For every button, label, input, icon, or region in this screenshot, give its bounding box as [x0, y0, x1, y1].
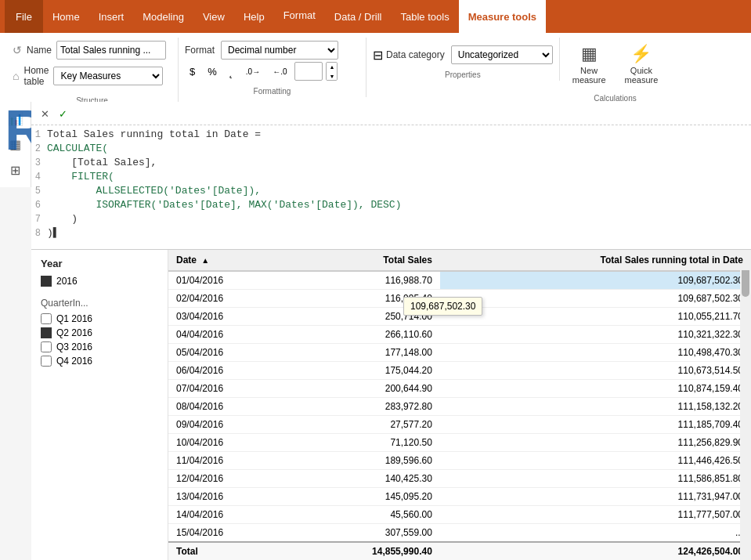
cell-running: 110,321,322.30	[440, 326, 751, 344]
dollar-btn[interactable]: $	[185, 62, 200, 81]
menu-bar: File Home Insert Modeling View Help Form…	[0, 0, 751, 33]
name-icon: ↺	[13, 44, 22, 56]
menu-table-tools[interactable]: Table tools	[391, 0, 458, 33]
menu-modeling[interactable]: Modeling	[133, 0, 193, 33]
table-row: 01/04/2016116,988.70109,687,502.30	[168, 271, 751, 290]
menu-help[interactable]: Help	[234, 0, 274, 33]
format-select[interactable]: Decimal number	[221, 41, 338, 60]
menu-home[interactable]: Home	[43, 0, 89, 33]
table-view-icon[interactable]: ▦	[6, 134, 24, 155]
formula-confirm-btn[interactable]: ✓	[56, 107, 70, 121]
formula-toolbar: ✕ ✓	[31, 107, 751, 125]
table-row: 06/04/2016175,044.20110,673,514.50	[168, 362, 751, 380]
menu-format[interactable]: Format	[274, 0, 325, 33]
cell-date: 03/04/2016	[168, 308, 291, 326]
col-running-total[interactable]: Total Sales running total in Date	[440, 250, 751, 271]
quick-measure-btn[interactable]: ⚡ Quick measure	[619, 41, 665, 88]
data-category-select[interactable]: Uncategorized	[451, 45, 553, 64]
cell-sales: 116,988.70	[291, 271, 440, 290]
year-filter-title: Year	[41, 258, 158, 269]
chart-view-icon[interactable]: 📊	[5, 108, 27, 129]
cell-running: 111,256,829.90	[440, 434, 751, 452]
q3-checkbox[interactable]	[41, 341, 52, 352]
table-row: 15/04/2016307,559.00...	[168, 524, 751, 543]
q2-item[interactable]: Q2 2016	[41, 327, 158, 338]
table-row: 10/04/201671,120.50111,256,829.90	[168, 434, 751, 452]
home-table-select[interactable]: Key Measures	[53, 67, 163, 85]
cell-sales: 175,044.20	[291, 362, 440, 380]
comma-btn[interactable]: ˛	[225, 62, 238, 81]
data-area: Year 2016 QuarterIn... Q1 2016 Q2 2016 Q…	[31, 250, 751, 560]
total-label: Total	[168, 542, 291, 560]
total-sales: 14,855,990.40	[291, 542, 440, 560]
cell-sales: 283,972.80	[291, 398, 440, 416]
menu-insert[interactable]: Insert	[89, 0, 134, 33]
cell-running: 111,446,426.50	[440, 452, 751, 470]
formula-cancel-btn[interactable]: ✕	[38, 107, 52, 121]
table-scrollbar[interactable]	[740, 250, 751, 560]
table-row: 12/04/2016140,425.30111,586,851.80	[168, 470, 751, 488]
table-row: 14/04/201645,560.00111,777,507.00	[168, 506, 751, 524]
quarter-filter-title: QuarterIn...	[41, 298, 158, 309]
ribbon-group-calculations: ▦ New measure ⚡ Quick measure Calculatio…	[560, 38, 671, 104]
formatting-label: Formatting	[185, 87, 359, 97]
cell-running: 109,687,502.30	[440, 271, 751, 290]
formula-line-8: 8 )▌	[31, 227, 751, 241]
quick-measure-icon: ⚡	[630, 44, 652, 64]
format-label: Format	[185, 45, 215, 56]
decimal-decrease-btn[interactable]: ←.0	[268, 62, 291, 81]
decimal-spinner[interactable]: ▲▼	[326, 62, 338, 81]
ribbon: ↺ Name ⌂ Home table Key Measures Structu…	[0, 33, 751, 107]
cell-running: 110,673,514.50	[440, 362, 751, 380]
table-row: 11/04/2016189,596.60111,446,426.50	[168, 452, 751, 470]
q1-label: Q1 2016	[56, 313, 92, 324]
percent-btn[interactable]: %	[203, 62, 222, 81]
q4-checkbox[interactable]	[41, 356, 52, 367]
col-date[interactable]: Date ▲	[168, 250, 291, 271]
cell-running: 111,158,132.20	[440, 398, 751, 416]
decimal-increase-btn[interactable]: .0→	[241, 62, 265, 81]
cell-date: 15/04/2016	[168, 524, 291, 543]
cell-date: 08/04/2016	[168, 398, 291, 416]
cell-running: 111,777,507.00	[440, 506, 751, 524]
name-input[interactable]	[56, 41, 166, 60]
q4-item[interactable]: Q4 2016	[41, 356, 158, 367]
quarter-filter-section: QuarterIn... Q1 2016 Q2 2016 Q3 2016 Q4 …	[41, 298, 158, 367]
cell-sales: 145,095.20	[291, 488, 440, 506]
cell-date: 12/04/2016	[168, 470, 291, 488]
q2-checkbox[interactable]	[41, 327, 52, 338]
formula-line-3: 3 [Total Sales],	[31, 157, 751, 171]
year-2016-label: 2016	[56, 276, 78, 287]
new-measure-btn[interactable]: ▦ New measure	[566, 41, 612, 88]
q1-item[interactable]: Q1 2016	[41, 313, 158, 324]
table-footer: Total 14,855,990.40 124,426,504.00	[168, 542, 751, 560]
total-row: Total 14,855,990.40 124,426,504.00	[168, 542, 751, 560]
formula-editor: ✕ ✓ 1 Total Sales running total in Date …	[31, 102, 751, 250]
data-category-icon: ⊟	[373, 48, 383, 63]
menu-measure-tools[interactable]: Measure tools	[459, 0, 546, 33]
cell-date: 11/04/2016	[168, 452, 291, 470]
formula-line-5: 5 ALLSELECTED('Dates'[Date]),	[31, 185, 751, 199]
q3-item[interactable]: Q3 2016	[41, 341, 158, 352]
cell-sales: 140,425.30	[291, 470, 440, 488]
cell-sales: 45,560.00	[291, 506, 440, 524]
table-row: 13/04/2016145,095.20111,731,947.00	[168, 488, 751, 506]
model-view-icon[interactable]: ⊞	[7, 160, 23, 181]
new-measure-icon: ▦	[581, 44, 598, 64]
year-2016-item[interactable]: 2016	[41, 276, 158, 287]
cell-running: 110,055,211.70	[440, 308, 751, 326]
year-2016-checkbox[interactable]	[41, 276, 52, 287]
menu-file[interactable]: File	[5, 0, 43, 33]
cell-sales: 266,110.60	[291, 326, 440, 344]
menu-data-drill[interactable]: Data / Drill	[325, 0, 392, 33]
col-total-sales[interactable]: Total Sales	[291, 250, 440, 271]
q1-checkbox[interactable]	[41, 313, 52, 324]
total-running: 124,426,504.00	[440, 542, 751, 560]
cell-sales: 200,644.90	[291, 380, 440, 398]
decimal-input[interactable]: 2	[294, 62, 323, 81]
menu-view[interactable]: View	[193, 0, 234, 33]
left-sidebar: 📊 ▦ ⊞	[0, 102, 31, 187]
cell-sales: 27,577.20	[291, 416, 440, 434]
cell-running: 111,731,947.00	[440, 488, 751, 506]
cell-date: 05/04/2016	[168, 344, 291, 362]
